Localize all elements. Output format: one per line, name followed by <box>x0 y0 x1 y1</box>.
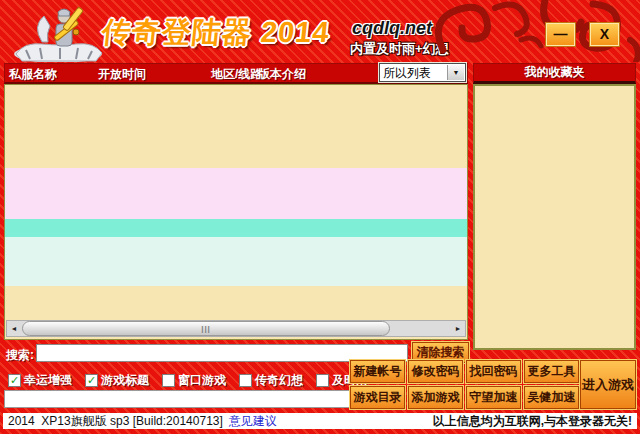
column-header-1: 开放时间 <box>98 66 146 83</box>
list-filter-value: 所以列表 <box>383 65 431 82</box>
option-窗口游戏[interactable]: 窗口游戏 <box>162 372 226 389</box>
disclaimer-text: 以上信息均为互联网,与本登录器无关! <box>433 413 632 430</box>
checkbox-icon[interactable]: ✓ <box>8 374 21 387</box>
checkbox-icon[interactable] <box>162 374 175 387</box>
option-label: 窗口游戏 <box>178 372 226 389</box>
scrollbar-thumb[interactable]: ||| <box>22 321 390 336</box>
title-bar: 传奇登陆器 2014 cqdlq.net 内置及时雨+幻想 — X <box>0 0 640 62</box>
action-button-找回密码[interactable]: 找回密码 <box>466 360 521 383</box>
column-header-3: 版本介绍 <box>258 66 306 83</box>
checkbox-icon[interactable] <box>239 374 252 387</box>
action-button-修改密码[interactable]: 修改密码 <box>408 360 463 383</box>
search-label: 搜索: <box>6 347 34 364</box>
scroll-right-icon[interactable]: ► <box>451 321 465 336</box>
server-list[interactable]: ◄ ||| ► <box>4 84 468 340</box>
action-button-grid: 新建帐号修改密码找回密码更多工具游戏目录添加游戏守望加速吴健加速 <box>350 360 579 409</box>
list-row-band <box>5 168 467 219</box>
option-游戏标题[interactable]: ✓游戏标题 <box>85 372 149 389</box>
action-button-更多工具[interactable]: 更多工具 <box>524 360 579 383</box>
option-label: 幸运增强 <box>24 372 72 389</box>
scroll-left-icon[interactable]: ◄ <box>7 321 21 336</box>
action-button-吴健加速[interactable]: 吴健加速 <box>524 386 579 409</box>
list-row-band <box>5 85 467 168</box>
favorites-header: 我的收藏夹 <box>473 63 636 84</box>
option-幸运增强[interactable]: ✓幸运增强 <box>8 372 72 389</box>
action-button-新建帐号[interactable]: 新建帐号 <box>350 360 405 383</box>
option-label: 游戏标题 <box>101 372 149 389</box>
enter-game-button[interactable]: 进入游戏 <box>580 360 636 409</box>
horizontal-scrollbar[interactable]: ◄ ||| ► <box>6 320 466 337</box>
close-button[interactable]: X <box>589 22 620 47</box>
status-bar: 2014 XP13旗舰版 sp3 [Build:20140713] 意见建议 以… <box>3 413 637 429</box>
knight-mascot-image <box>12 2 108 62</box>
chevron-down-icon[interactable]: ▼ <box>447 65 464 80</box>
checkbox-icon[interactable]: ✓ <box>85 374 98 387</box>
feedback-link[interactable]: 意见建议 <box>229 413 277 430</box>
list-filter-dropdown[interactable]: 所以列表 ▼ <box>379 63 466 82</box>
checkbox-icon[interactable] <box>316 374 329 387</box>
message-input-bar[interactable] <box>4 390 353 408</box>
action-button-添加游戏[interactable]: 添加游戏 <box>408 386 463 409</box>
options-row: ✓幸运增强✓游戏标题窗口游戏传奇幻想及时雨 <box>8 372 368 389</box>
site-logo-text: cqdlq.net <box>352 18 432 39</box>
tagline-text: 内置及时雨+幻想 <box>350 40 449 58</box>
favorites-list[interactable] <box>473 84 636 350</box>
action-button-守望加速[interactable]: 守望加速 <box>466 386 521 409</box>
build-info: 2014 XP13旗舰版 sp3 [Build:20140713] <box>8 413 223 430</box>
column-header-0: 私服名称 <box>9 66 57 83</box>
option-传奇幻想[interactable]: 传奇幻想 <box>239 372 303 389</box>
column-header-2: 地区/线路 <box>211 66 262 83</box>
list-row-band <box>5 219 467 237</box>
server-list-rows <box>5 85 467 339</box>
action-button-游戏目录[interactable]: 游戏目录 <box>350 386 405 409</box>
option-label: 传奇幻想 <box>255 372 303 389</box>
launcher-window: 传奇登陆器 2014 cqdlq.net 内置及时雨+幻想 — X 私服名称开放… <box>0 0 640 434</box>
list-row-band <box>5 237 467 286</box>
minimize-button[interactable]: — <box>545 22 576 47</box>
app-title: 传奇登陆器 2014 <box>100 13 344 53</box>
